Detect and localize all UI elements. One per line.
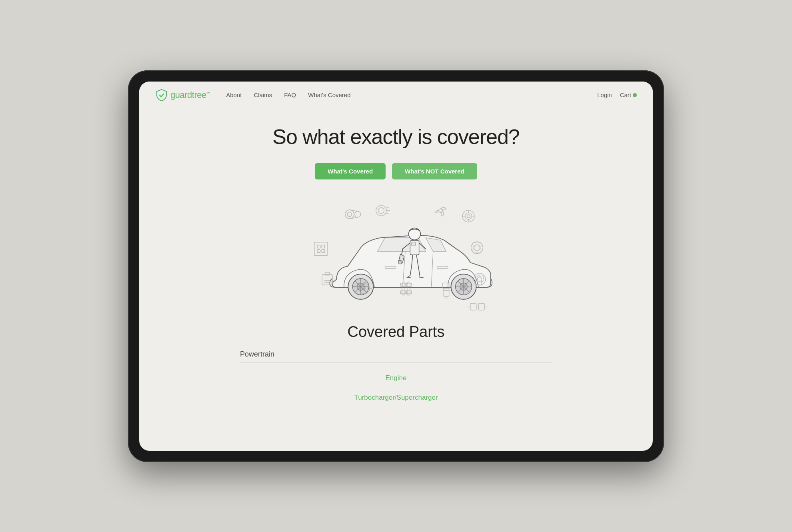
svg-rect-66 bbox=[470, 303, 476, 310]
svg-rect-20 bbox=[412, 242, 415, 245]
svg-line-31 bbox=[386, 213, 389, 214]
cart-dot bbox=[633, 93, 637, 97]
svg-rect-46 bbox=[322, 249, 324, 252]
main-content: So what exactly is covered? What's Cover… bbox=[139, 109, 653, 451]
nav-links: About Claims FAQ What's Covered bbox=[226, 92, 597, 98]
svg-rect-42 bbox=[314, 242, 328, 255]
svg-line-26 bbox=[350, 217, 358, 219]
section-divider bbox=[240, 363, 552, 363]
car-illustration bbox=[292, 191, 500, 311]
svg-line-25 bbox=[350, 210, 358, 211]
nav-link-whats-covered[interactable]: What's Covered bbox=[308, 92, 350, 98]
part-item-turbocharger[interactable]: Turbocharger/Supercharger bbox=[240, 388, 552, 407]
logo[interactable]: guardtree™ bbox=[155, 89, 210, 102]
svg-point-27 bbox=[376, 205, 386, 215]
tablet-frame: guardtree™ About Claims FAQ What's Cover… bbox=[128, 70, 664, 462]
svg-point-35 bbox=[467, 215, 470, 217]
login-link[interactable]: Login bbox=[597, 92, 612, 98]
svg-point-21 bbox=[398, 260, 402, 264]
svg-point-34 bbox=[465, 213, 472, 219]
part-item-engine[interactable]: Engine bbox=[240, 369, 552, 388]
svg-rect-50 bbox=[325, 272, 330, 275]
svg-rect-44 bbox=[322, 245, 324, 248]
logo-text: guardtree™ bbox=[170, 90, 210, 100]
svg-point-24 bbox=[355, 211, 361, 217]
svg-point-22 bbox=[345, 210, 354, 219]
nav-link-faq[interactable]: FAQ bbox=[284, 92, 296, 98]
svg-rect-45 bbox=[317, 249, 320, 252]
covered-parts-title: Covered Parts bbox=[240, 323, 552, 341]
svg-point-41 bbox=[474, 245, 480, 251]
whats-not-covered-button[interactable]: What's NOT Covered bbox=[392, 163, 477, 179]
parts-section: Covered Parts Powertrain Engine Turbocha… bbox=[240, 323, 552, 407]
page-title: So what exactly is covered? bbox=[272, 125, 520, 149]
nav-right: Login Cart bbox=[597, 92, 637, 98]
category-label: Powertrain bbox=[240, 350, 552, 359]
svg-rect-43 bbox=[317, 245, 320, 248]
tablet-screen: guardtree™ About Claims FAQ What's Cover… bbox=[139, 82, 653, 451]
navbar: guardtree™ About Claims FAQ What's Cover… bbox=[139, 82, 653, 109]
nav-link-about[interactable]: About bbox=[226, 92, 242, 98]
svg-rect-63 bbox=[443, 288, 449, 296]
shield-icon bbox=[155, 89, 168, 102]
nav-link-claims[interactable]: Claims bbox=[254, 92, 272, 98]
toggle-buttons: What's Covered What's NOT Covered bbox=[315, 163, 477, 179]
svg-point-28 bbox=[378, 207, 384, 213]
cart-link[interactable]: Cart bbox=[620, 92, 637, 98]
svg-point-23 bbox=[347, 212, 352, 216]
svg-line-29 bbox=[386, 207, 389, 208]
svg-rect-67 bbox=[478, 303, 484, 310]
car-svg bbox=[292, 191, 500, 311]
whats-covered-button[interactable]: What's Covered bbox=[315, 163, 386, 179]
